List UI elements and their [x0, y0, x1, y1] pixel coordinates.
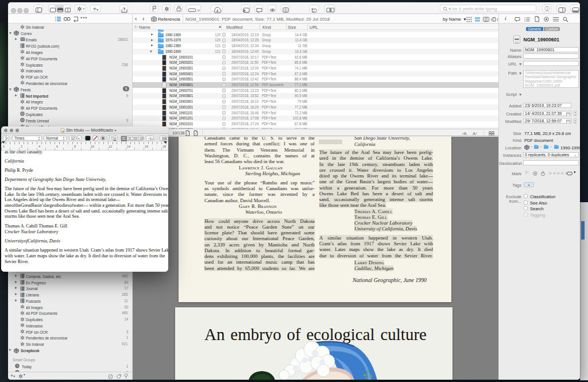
svg-text:S: S: [284, 8, 287, 12]
svg-text:↓: ↓: [187, 132, 188, 136]
svg-text:↑: ↑: [195, 132, 196, 136]
